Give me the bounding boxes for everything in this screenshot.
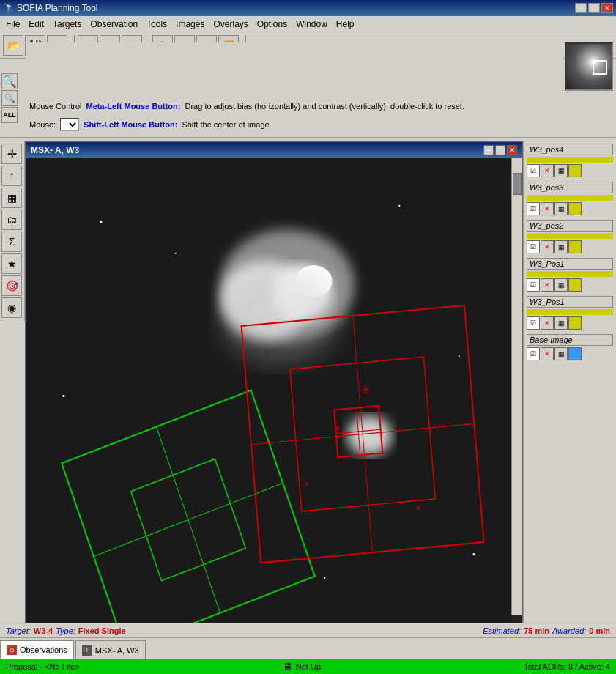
aor-buttons-base: ☑ ✕ ▦ <box>527 347 613 360</box>
svg-text:✳: ✳ <box>303 479 310 488</box>
nav-panel: ✛ ↑ ▦ 🗂 Σ ★ 🎯 ◉ <box>0 141 25 321</box>
zoom-in-button[interactable]: 🔍 <box>1 73 18 89</box>
bottom-tabs: O Observations I MSX- A, W3 <box>0 637 616 659</box>
thumbnail-selection <box>593 60 607 75</box>
tab-image[interactable]: I MSX- A, W3 <box>75 640 146 659</box>
aor-label-w3Pos1b: W3_Pos1 <box>527 296 613 308</box>
meta-key-label: Meta-Left Mouse Button: <box>86 102 181 111</box>
nav-circle[interactable]: ◉ <box>1 297 22 318</box>
nav-target[interactable]: 🎯 <box>1 275 22 296</box>
aor-color2-w3Pos1b[interactable] <box>568 316 582 330</box>
image-window-title-text: MSX- A, W3 <box>31 145 79 155</box>
aor-grid-w3pos2[interactable]: ▦ <box>554 240 568 253</box>
nav-layers[interactable]: 🗂 <box>1 210 22 230</box>
tab-image-label: MSX- A, W3 <box>95 646 139 655</box>
aor-item-w3pos4: W3_pos4 ☑ ✕ ▦ <box>527 144 613 177</box>
svg-point-8 <box>175 253 177 254</box>
nav-sigma[interactable]: Σ <box>1 232 22 252</box>
menu-window[interactable]: Window <box>292 16 332 32</box>
aor-grid-w3pos4[interactable]: ▦ <box>554 164 568 177</box>
aor-color2-w3pos3[interactable] <box>568 202 582 215</box>
aor-check-w3Pos1b[interactable]: ☑ <box>527 316 540 330</box>
aor-item-w3Pos1a: W3_Pos1 ☑ ✕ ▦ <box>527 258 613 292</box>
aor-color2-w3pos2[interactable] <box>568 240 582 253</box>
menu-bar: File Edit Targets Observation Tools Imag… <box>0 16 616 32</box>
aor-x-w3pos4[interactable]: ✕ <box>541 164 554 177</box>
aor-x-w3pos3[interactable]: ✕ <box>541 202 554 215</box>
aor-color-w3pos4[interactable] <box>568 164 582 177</box>
aor-label-w3Pos1a: W3_Pos1 <box>527 258 613 270</box>
aor-x-base[interactable]: ✕ <box>541 347 554 360</box>
svg-point-9 <box>398 205 400 207</box>
nav-north[interactable]: ↑ <box>1 166 22 186</box>
svg-point-5 <box>220 269 340 364</box>
menu-tools[interactable]: Tools <box>142 16 171 32</box>
mouse-control-label: Mouse Control <box>29 102 82 111</box>
minimize-button[interactable]: ─ <box>575 3 587 13</box>
close-button[interactable]: ✕ <box>601 3 613 13</box>
target-label: Target: <box>6 626 31 635</box>
svg-text:✳: ✳ <box>415 503 422 512</box>
mouse-select[interactable] <box>60 118 79 131</box>
zoom-out-button[interactable]: 🔍 <box>1 90 18 106</box>
aor-grid-base[interactable]: ▦ <box>554 347 568 360</box>
aor-color2-w3Pos1a[interactable] <box>568 278 582 292</box>
svg-point-13 <box>473 553 475 555</box>
image-strip <box>26 42 563 64</box>
zoom-all-button[interactable]: ALL <box>1 107 18 123</box>
title-bar: 🔭 SOFIA Planning Tool ─ □ ✕ <box>0 0 616 16</box>
aor-check-w3pos2[interactable]: ☑ <box>527 240 540 253</box>
aor-buttons-w3pos2: ☑ ✕ ▦ <box>527 240 613 253</box>
aor-color-w3pos3 <box>527 195 613 201</box>
overlay-svg: ✳ ✳ ✳ ✳ <box>26 158 511 626</box>
image-canvas-area[interactable]: ✳ ✳ ✳ ✳ <box>26 158 522 626</box>
nav-star[interactable]: ★ <box>1 253 22 274</box>
aor-check-w3pos4[interactable]: ☑ <box>527 164 540 177</box>
menu-help[interactable]: Help <box>332 16 359 32</box>
svg-point-7 <box>100 221 102 223</box>
observations-tab-icon: O <box>7 645 17 655</box>
menu-observation[interactable]: Observation <box>86 16 142 32</box>
aor-label-w3pos2: W3_pos2 <box>527 220 613 232</box>
astronomical-image: ✳ ✳ ✳ ✳ <box>26 158 511 626</box>
v-scrollbar-thumb[interactable] <box>513 173 522 195</box>
aor-label-w3pos4: W3_pos4 <box>527 144 613 155</box>
menu-file[interactable]: File <box>1 16 24 32</box>
menu-options[interactable]: Options <box>253 16 292 32</box>
svg-point-11 <box>459 355 460 357</box>
menu-overlays[interactable]: Overlays <box>209 16 252 32</box>
image-close-button[interactable]: ✕ <box>507 145 517 155</box>
aor-check-w3Pos1a[interactable]: ☑ <box>527 278 540 292</box>
tab-observations[interactable]: O Observations <box>0 640 74 659</box>
menu-images[interactable]: Images <box>171 16 209 32</box>
svg-text:✳: ✳ <box>361 383 371 398</box>
image-maximize-button[interactable]: □ <box>495 145 505 155</box>
meta-desc: Drag to adjust bias (horizontally) and c… <box>185 102 464 111</box>
proposal-label: Proposal - <No File> <box>6 662 80 671</box>
aor-x-w3pos2[interactable]: ✕ <box>541 240 554 253</box>
open-button[interactable]: 📂 <box>3 35 23 56</box>
menu-targets[interactable]: Targets <box>48 16 86 32</box>
aor-check-w3pos3[interactable]: ☑ <box>527 202 540 215</box>
image-minimize-button[interactable]: ─ <box>483 145 494 155</box>
title-bar-controls: ─ □ ✕ <box>575 3 613 13</box>
aor-grid-w3Pos1a[interactable]: ▦ <box>554 278 568 292</box>
aor-grid-w3Pos1b[interactable]: ▦ <box>554 316 568 330</box>
aor-grid-w3pos3[interactable]: ▦ <box>554 202 568 215</box>
menu-edit[interactable]: Edit <box>24 16 48 32</box>
vertical-scrollbar[interactable] <box>511 158 522 615</box>
maximize-button[interactable]: □ <box>588 3 600 13</box>
awarded-value: 0 min <box>589 626 610 635</box>
svg-point-6 <box>347 415 392 455</box>
aor-x-w3Pos1b[interactable]: ✕ <box>541 316 554 330</box>
aor-buttons-w3Pos1b: ☑ ✕ ▦ <box>527 316 613 330</box>
aor-check-base[interactable]: ☑ <box>527 347 540 360</box>
title-bar-left: 🔭 SOFIA Planning Tool <box>3 3 98 13</box>
total-aors-label: Total AORs: 8 / Active: 4 <box>524 662 610 671</box>
aor-color-base[interactable] <box>568 347 582 360</box>
aor-x-w3Pos1a[interactable]: ✕ <box>541 278 554 292</box>
nav-grid[interactable]: ▦ <box>1 188 22 208</box>
image-window: MSX- A, W3 ─ □ ✕ <box>25 141 523 637</box>
nav-compass[interactable]: ✛ <box>1 144 22 164</box>
aor-label-base: Base Image <box>527 334 613 346</box>
